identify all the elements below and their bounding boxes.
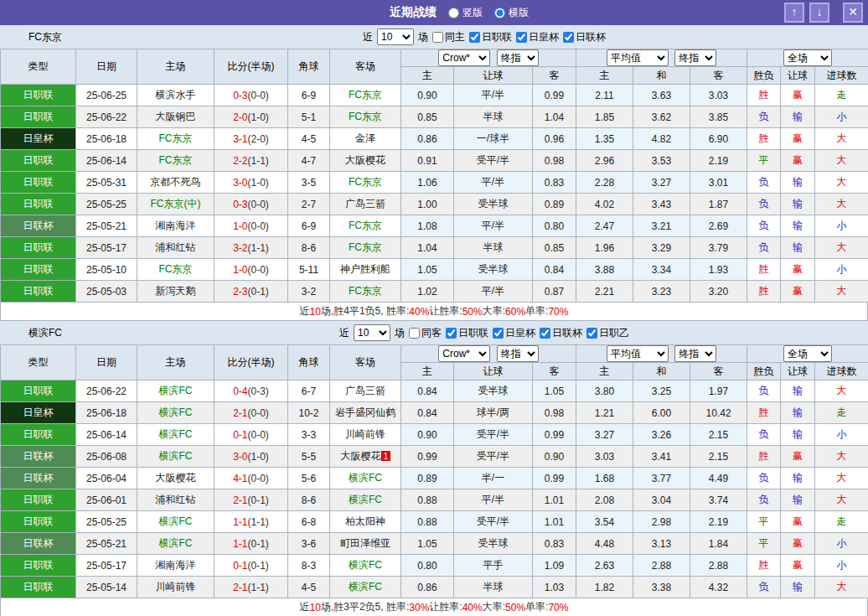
- result-text: 小: [837, 559, 847, 571]
- home-team-cell: FC东京: [137, 259, 214, 281]
- same-venue-filter[interactable]: 同主: [432, 30, 465, 44]
- fulltime-score: 0-3: [233, 90, 247, 101]
- average-select[interactable]: 平均值: [607, 49, 669, 66]
- scope-select[interactable]: 全场: [783, 49, 832, 66]
- avg-away-cell: 1.93: [690, 259, 747, 281]
- halftime-score: (0-0): [248, 407, 269, 419]
- odds-time-select[interactable]: 终指: [497, 345, 539, 362]
- result-text: 赢: [793, 132, 803, 144]
- avg-home-cell: 2.47: [576, 215, 633, 237]
- summary-segment: 大率:: [483, 304, 505, 318]
- result-cell: 负: [747, 424, 781, 446]
- avg-home-cell: 2.28: [576, 172, 633, 194]
- col-avg-away: 客: [690, 67, 747, 85]
- average-select[interactable]: 平均值: [607, 345, 669, 362]
- corner-cell: 3-6: [288, 533, 330, 555]
- bookmaker-select[interactable]: Crow*: [438, 49, 490, 66]
- league-filter[interactable]: 日联杯: [540, 326, 582, 340]
- avg-draw-cell: 3.53: [633, 150, 690, 172]
- checkbox-icon[interactable]: [493, 328, 504, 339]
- summary-segment: 40%: [409, 306, 429, 318]
- odds-home-cell: 0.86: [401, 577, 454, 598]
- result-text: 输: [793, 198, 803, 210]
- date-cell: 25-05-10: [76, 259, 137, 281]
- avg-time-select[interactable]: 终指: [674, 345, 716, 362]
- halftime-score: (0-1): [248, 286, 269, 298]
- checkbox-icon[interactable]: [409, 328, 420, 339]
- league-type-cell: 日职联: [1, 380, 76, 402]
- match-row: 日职联25-05-17浦和红钻3-2(1-1)8-6FC东京1.04半球0.85…: [1, 237, 868, 259]
- home-team-cell: FC东京: [137, 150, 214, 172]
- layout-horizontal-radio[interactable]: 横版: [494, 6, 529, 20]
- league-filter[interactable]: 日职乙: [586, 326, 629, 340]
- fulltime-score: 4-1: [233, 473, 247, 484]
- bookmaker-select[interactable]: Crow*: [438, 345, 490, 362]
- results-table: 类型 日期 主场 比分(半场) 角球 客场 Crow* 终指 平均值 终指 全场: [0, 344, 868, 598]
- odds-away-cell: 0.99: [533, 424, 576, 446]
- checkbox-icon[interactable]: [432, 32, 443, 43]
- date-cell: 25-05-17: [76, 555, 137, 577]
- home-team-cell: 新泻天鹅: [137, 281, 214, 303]
- league-filter[interactable]: 日职联: [469, 30, 512, 44]
- odds-handicap-cell: 受半球: [454, 533, 533, 555]
- score-cell: 3-2(1-1): [214, 237, 288, 259]
- league-filter[interactable]: 日联杯: [563, 30, 606, 44]
- corner-cell: 8-3: [288, 555, 330, 577]
- avg-draw-cell: 6.00: [633, 402, 690, 424]
- away-team-cell: 金泽: [330, 128, 401, 150]
- odds-handicap-cell: 受平/半: [454, 446, 533, 468]
- match-row: 日职联25-05-14川崎前锋2-1(1-1)4-5横滨FC0.86半球1.03…: [1, 577, 868, 598]
- away-team-cell: 广岛三箭: [330, 194, 401, 215]
- halftime-score: (1-1): [248, 242, 269, 254]
- recent-count-select[interactable]: 10: [377, 28, 414, 45]
- result-cell: 胜: [747, 128, 781, 150]
- scope-select[interactable]: 全场: [783, 345, 832, 362]
- radio-icon[interactable]: [494, 8, 505, 18]
- odds-home-cell: 0.86: [401, 128, 454, 150]
- result-text: 大: [837, 176, 847, 188]
- league-filter[interactable]: 日皇杯: [516, 30, 559, 44]
- col-handicap-result: 让球: [781, 67, 815, 85]
- same-venue-filter[interactable]: 同客: [409, 326, 442, 340]
- col-score: 比分(半场): [214, 49, 288, 85]
- checkbox-icon[interactable]: [540, 328, 550, 339]
- summary-segment: 30%: [409, 602, 429, 613]
- date-cell: 25-05-25: [76, 194, 137, 215]
- date-cell: 25-05-21: [76, 215, 137, 237]
- close-button[interactable]: ✕: [843, 3, 863, 23]
- league-filter[interactable]: 日皇杯: [493, 326, 535, 340]
- date-cell: 25-06-18: [76, 402, 137, 424]
- league-filter-label: 日联杯: [576, 30, 606, 44]
- odds-time-select[interactable]: 终指: [497, 49, 539, 66]
- avg-away-cell: 3.85: [690, 106, 747, 128]
- match-row: 日职联25-06-14FC东京2-2(1-1)4-7大阪樱花0.91受平/半0.…: [1, 150, 868, 172]
- scroll-down-button[interactable]: ↓: [809, 3, 829, 23]
- checkbox-icon[interactable]: [446, 328, 457, 339]
- avg-time-select[interactable]: 终指: [674, 49, 716, 66]
- radio-icon[interactable]: [448, 8, 459, 18]
- layout-vertical-radio[interactable]: 竖版: [448, 6, 483, 20]
- league-filter[interactable]: 日职联: [446, 326, 488, 340]
- result-text: 大: [837, 581, 847, 593]
- odds-home-cell: 1.08: [401, 215, 454, 237]
- avg-draw-cell: 3.63: [633, 85, 690, 106]
- odds-away-cell: 1.04: [533, 106, 576, 128]
- away-team-name: 金泽: [355, 132, 375, 144]
- odds-home-cell: 0.85: [401, 106, 454, 128]
- checkbox-icon[interactable]: [469, 32, 480, 43]
- checkbox-icon[interactable]: [516, 32, 527, 43]
- checkbox-icon[interactable]: [563, 32, 574, 43]
- scroll-up-button[interactable]: ↑: [784, 3, 804, 23]
- recent-count-select[interactable]: 10: [354, 324, 390, 341]
- goals-result-cell: 小: [815, 215, 868, 237]
- col-corner: 角球: [288, 49, 330, 85]
- titlebar: 近期战绩 竖版 横版 ↑ ↓ ✕: [0, 0, 868, 25]
- bookmaker-select-cell: Crow* 终指: [401, 345, 576, 363]
- league-type-cell: 日联杯: [1, 215, 76, 237]
- checkbox-icon[interactable]: [586, 328, 597, 339]
- odds-handicap-cell: 一/球半: [454, 128, 533, 150]
- away-team-cell: FC东京: [330, 237, 401, 259]
- away-team-name: 大阪樱花: [340, 450, 380, 462]
- odds-handicap-cell: 受平/半: [454, 511, 533, 533]
- odds-home-cell: 1.05: [401, 259, 454, 281]
